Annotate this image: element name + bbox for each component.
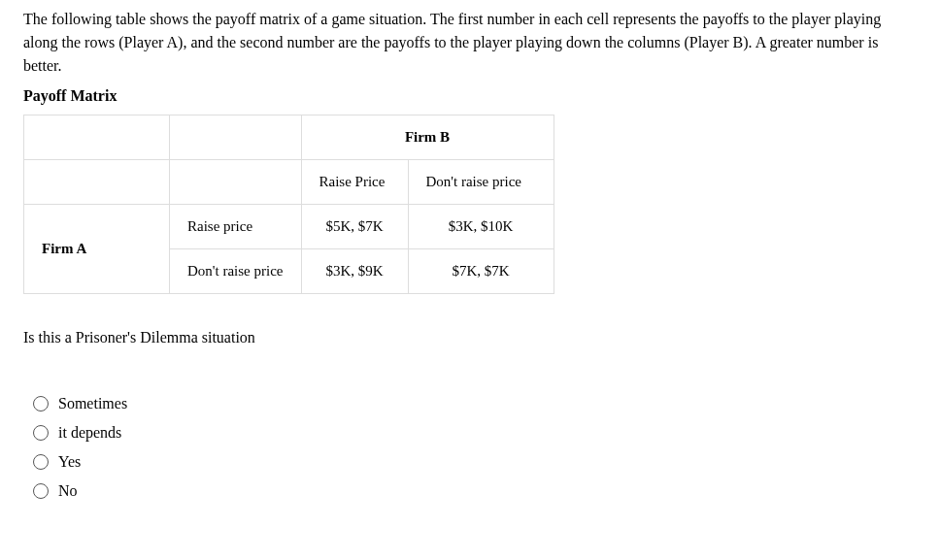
col-header-raise: Raise Price: [301, 160, 408, 205]
cell-raise-dont: $3K, $10K: [408, 205, 554, 249]
empty-cell: [24, 115, 170, 160]
option-no[interactable]: No: [33, 482, 917, 500]
options-group: Sometimes it depends Yes No: [23, 395, 917, 500]
radio-icon[interactable]: [33, 454, 49, 470]
row-label-dont: Don't raise price: [170, 249, 302, 294]
option-it-depends[interactable]: it depends: [33, 424, 917, 442]
radio-icon[interactable]: [33, 425, 49, 441]
option-label: Yes: [58, 453, 81, 471]
radio-icon[interactable]: [33, 396, 49, 412]
intro-text: The following table shows the payoff mat…: [23, 8, 917, 78]
empty-cell: [24, 160, 170, 205]
col-header-dont: Don't raise price: [408, 160, 554, 205]
option-sometimes[interactable]: Sometimes: [33, 395, 917, 412]
empty-cell: [170, 160, 302, 205]
payoff-matrix-table: Firm B Raise Price Don't raise price Fir…: [23, 115, 554, 294]
cell-dont-raise: $3K, $9K: [301, 249, 408, 294]
matrix-title: Payoff Matrix: [23, 87, 917, 105]
row-label-raise: Raise price: [170, 205, 302, 249]
option-label: Sometimes: [58, 395, 127, 412]
option-label: it depends: [58, 424, 121, 442]
cell-dont-dont: $7K, $7K: [408, 249, 554, 294]
option-yes[interactable]: Yes: [33, 453, 917, 471]
option-label: No: [58, 482, 78, 500]
empty-cell: [170, 115, 302, 160]
firm-b-header: Firm B: [301, 115, 554, 160]
cell-raise-raise: $5K, $7K: [301, 205, 408, 249]
question-text: Is this a Prisoner's Dilemma situation: [23, 329, 917, 346]
radio-icon[interactable]: [33, 483, 49, 499]
firm-a-header: Firm A: [24, 205, 170, 294]
